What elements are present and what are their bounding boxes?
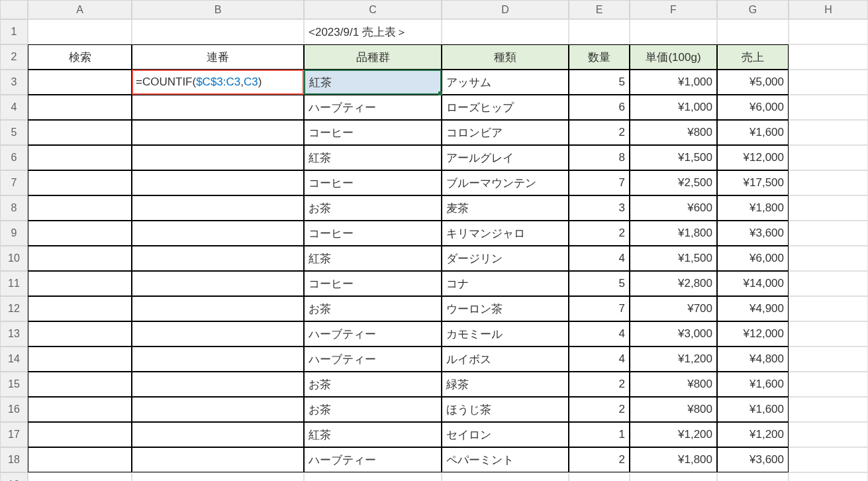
cell-kind[interactable]: ローズヒップ — [442, 95, 569, 120]
cell-search[interactable] — [28, 271, 132, 296]
col-header-G[interactable]: G — [717, 0, 789, 19]
cell-total[interactable]: ¥17,500 — [717, 170, 789, 195]
cell-qty[interactable]: 4 — [569, 246, 630, 271]
cell-qty[interactable]: 6 — [569, 95, 630, 120]
cell-total[interactable]: ¥1,200 — [717, 422, 789, 447]
cell-search[interactable] — [28, 321, 132, 347]
cell[interactable] — [28, 19, 132, 44]
cell-seq[interactable] — [132, 145, 304, 170]
cell-seq[interactable] — [132, 221, 304, 246]
cell-qty[interactable]: 2 — [569, 447, 630, 472]
cell-total[interactable]: ¥1,800 — [717, 195, 789, 221]
cell-seq[interactable] — [132, 372, 304, 397]
row-header-18[interactable]: 18 — [0, 447, 28, 472]
cell-seq[interactable] — [132, 321, 304, 347]
cell-kind[interactable]: アールグレイ — [442, 145, 569, 170]
cell[interactable] — [789, 472, 868, 481]
cell-group[interactable]: お茶 — [304, 195, 442, 221]
cell-search[interactable] — [28, 422, 132, 447]
cell-search[interactable] — [28, 296, 132, 321]
cell-kind[interactable]: セイロン — [442, 422, 569, 447]
col-header-C[interactable]: C — [304, 0, 442, 19]
cell-qty[interactable]: 2 — [569, 372, 630, 397]
corner-cell[interactable] — [0, 0, 28, 19]
cell-seq[interactable] — [132, 195, 304, 221]
cell-qty[interactable]: 8 — [569, 145, 630, 170]
row-header-8[interactable]: 8 — [0, 195, 28, 221]
cell-group[interactable]: お茶 — [304, 372, 442, 397]
cell-price[interactable]: ¥600 — [630, 195, 717, 221]
row-header-5[interactable]: 5 — [0, 120, 28, 145]
cell[interactable] — [132, 19, 304, 44]
cell-qty[interactable]: 4 — [569, 347, 630, 372]
col-header-B[interactable]: B — [132, 0, 304, 19]
cell-group[interactable]: コーヒー — [304, 120, 442, 145]
cell-price[interactable]: ¥3,000 — [630, 321, 717, 347]
cell-total[interactable]: ¥6,000 — [717, 95, 789, 120]
cell-kind[interactable]: コロンビア — [442, 120, 569, 145]
spreadsheet-grid[interactable]: ABCDEFGH1<2023/9/1 売上表＞2検索連番品種群種類数量単価(10… — [0, 0, 868, 481]
cell[interactable] — [789, 246, 868, 271]
col-header-D[interactable]: D — [442, 0, 569, 19]
cell-qty[interactable]: 2 — [569, 221, 630, 246]
cell-seq[interactable] — [132, 397, 304, 422]
cell[interactable] — [789, 447, 868, 472]
cell-seq[interactable] — [132, 296, 304, 321]
cell-price[interactable]: ¥800 — [630, 397, 717, 422]
cell-group[interactable]: コーヒー — [304, 221, 442, 246]
cell-kind[interactable]: ウーロン茶 — [442, 296, 569, 321]
cell-kind[interactable]: アッサム — [442, 70, 569, 95]
cell-qty[interactable]: 5 — [569, 271, 630, 296]
cell-total[interactable]: ¥14,000 — [717, 271, 789, 296]
cell-group[interactable]: ハーブティー — [304, 447, 442, 472]
col-header-E[interactable]: E — [569, 0, 630, 19]
cell-search[interactable] — [28, 95, 132, 120]
cell-qty[interactable]: 7 — [569, 296, 630, 321]
cell-total[interactable]: ¥1,600 — [717, 397, 789, 422]
cell-group[interactable]: コーヒー — [304, 271, 442, 296]
cell-total[interactable]: ¥4,900 — [717, 296, 789, 321]
cell-total[interactable]: ¥1,600 — [717, 372, 789, 397]
cell[interactable] — [569, 472, 630, 481]
cell-group[interactable]: 紅茶 — [304, 145, 442, 170]
cell-seq[interactable] — [132, 95, 304, 120]
row-header-11[interactable]: 11 — [0, 271, 28, 296]
cell-qty[interactable]: 7 — [569, 170, 630, 195]
cell[interactable] — [789, 145, 868, 170]
cell-price[interactable]: ¥800 — [630, 120, 717, 145]
row-header-7[interactable]: 7 — [0, 170, 28, 195]
cell-search[interactable] — [28, 221, 132, 246]
row-header-4[interactable]: 4 — [0, 95, 28, 120]
cell[interactable] — [789, 221, 868, 246]
cell[interactable] — [789, 120, 868, 145]
row-header-6[interactable]: 6 — [0, 145, 28, 170]
cell[interactable] — [789, 95, 868, 120]
cell[interactable] — [789, 70, 868, 95]
cell-group[interactable]: ハーブティー — [304, 95, 442, 120]
cell-seq[interactable] — [132, 347, 304, 372]
cell-kind[interactable]: 緑茶 — [442, 372, 569, 397]
cell-qty[interactable]: 2 — [569, 397, 630, 422]
cell-price[interactable]: ¥1,200 — [630, 422, 717, 447]
cell-group[interactable]: お茶 — [304, 296, 442, 321]
cell-qty[interactable]: 4 — [569, 321, 630, 347]
cell[interactable] — [132, 472, 304, 481]
cell[interactable] — [789, 372, 868, 397]
cell-group[interactable]: 紅茶 — [304, 422, 442, 447]
row-header-17[interactable]: 17 — [0, 422, 28, 447]
cell-group[interactable]: 紅茶 — [304, 70, 442, 95]
cell-group[interactable]: お茶 — [304, 397, 442, 422]
cell-price[interactable]: ¥1,000 — [630, 70, 717, 95]
cell[interactable] — [789, 19, 868, 44]
cell[interactable] — [789, 44, 868, 70]
col-header-A[interactable]: A — [28, 0, 132, 19]
row-header-19[interactable]: 19 — [0, 472, 28, 481]
cell-qty[interactable]: 1 — [569, 422, 630, 447]
cell-seq[interactable] — [132, 246, 304, 271]
cell-group[interactable]: コーヒー — [304, 170, 442, 195]
cell-seq[interactable] — [132, 120, 304, 145]
cell[interactable] — [789, 397, 868, 422]
cell-total[interactable]: ¥3,600 — [717, 447, 789, 472]
cell-total[interactable]: ¥12,000 — [717, 321, 789, 347]
cell-kind[interactable]: ルイボス — [442, 347, 569, 372]
